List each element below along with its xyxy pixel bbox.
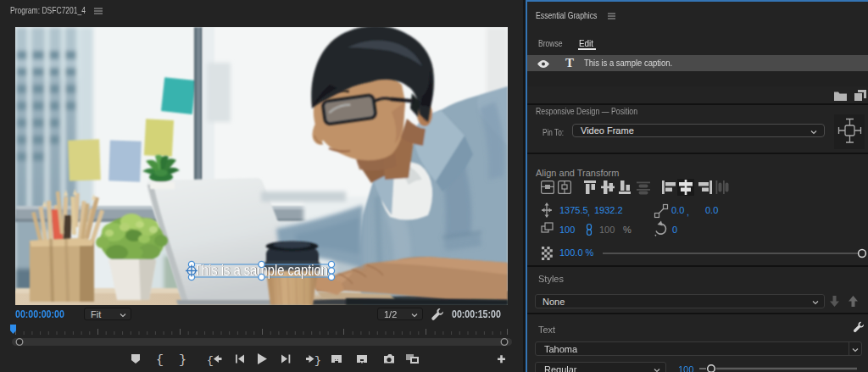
svg-text:,: , bbox=[687, 207, 689, 217]
svg-text:1375.5: 1375.5 bbox=[559, 205, 588, 215]
svg-text:0.0: 0.0 bbox=[705, 205, 718, 215]
svg-text:,: , bbox=[587, 207, 590, 217]
svg-text:}: } bbox=[314, 354, 321, 367]
svg-text:0: 0 bbox=[672, 225, 677, 235]
svg-text:0.0: 0.0 bbox=[671, 205, 684, 215]
svg-text:1932.2: 1932.2 bbox=[594, 205, 623, 215]
svg-text:100: 100 bbox=[599, 225, 615, 235]
svg-text:100: 100 bbox=[559, 225, 575, 235]
svg-text:}: } bbox=[179, 353, 186, 368]
svg-text:{: { bbox=[207, 354, 214, 367]
svg-text:{: { bbox=[156, 353, 164, 368]
svg-text:%: % bbox=[623, 225, 632, 235]
svg-text:100.0 %: 100.0 % bbox=[559, 247, 594, 258]
